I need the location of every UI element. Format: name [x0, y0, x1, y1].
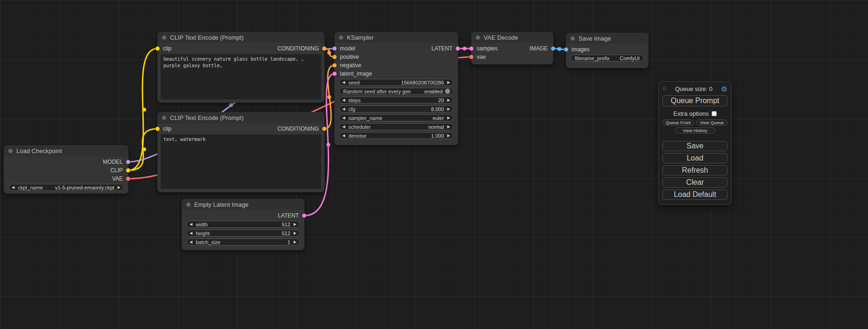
- latent-output-port[interactable]: [456, 47, 460, 51]
- load-default-button[interactable]: Load Default: [663, 189, 727, 200]
- clip-input-port[interactable]: [155, 127, 160, 131]
- images-input-port[interactable]: [564, 48, 568, 52]
- right-arrow-icon[interactable]: ▶: [447, 125, 450, 129]
- clip-output-port[interactable]: [126, 168, 130, 173]
- node-ksampler[interactable]: KSampler model LATENT positive negative …: [334, 32, 458, 145]
- queue-prompt-button[interactable]: Queue Prompt: [663, 95, 727, 106]
- left-arrow-icon[interactable]: ◀: [190, 223, 192, 226]
- link-dot: [557, 47, 561, 51]
- widget-name: cfg: [348, 106, 355, 112]
- toggle-knob[interactable]: [445, 89, 450, 94]
- node-clip-text-encode-positive[interactable]: CLIP Text Encode (Prompt) clip CONDITION…: [157, 32, 325, 103]
- port-row: latent_image: [334, 70, 458, 78]
- widget-random-seed-toggle[interactable]: Random seed after every gen enabled: [339, 88, 453, 95]
- right-arrow-icon[interactable]: ▶: [447, 81, 450, 84]
- left-arrow-icon[interactable]: ◀: [342, 116, 345, 120]
- link-dot: [327, 95, 331, 99]
- widget-denoise[interactable]: ◀ denoise 1.000 ▶: [339, 132, 453, 139]
- widget-sampler-name[interactable]: ◀ sampler_name euler ▶: [339, 114, 453, 121]
- node-save-image[interactable]: Save Image images filename_prefix ComfyU…: [566, 33, 649, 68]
- right-arrow-icon[interactable]: ▶: [294, 231, 296, 235]
- widget-filename-prefix[interactable]: filename_prefix ComfyUI: [571, 55, 644, 62]
- vae-input-port[interactable]: [469, 55, 473, 59]
- widget-height[interactable]: ◀ height 512 ▶: [186, 230, 300, 237]
- node-title: KSampler: [347, 34, 374, 41]
- samples-input-port[interactable]: [469, 47, 473, 51]
- latent-output-port[interactable]: [302, 214, 306, 218]
- drag-handle-icon[interactable]: ⠿: [663, 86, 666, 92]
- queue-panel-header: ⠿ Queue size: 0 ⚙: [663, 84, 727, 93]
- widget-cfg[interactable]: ◀ cfg 8.000 ▶: [339, 105, 453, 112]
- output-label-conditioning: CONDITIONING: [277, 45, 319, 52]
- port-row: negative: [334, 61, 458, 70]
- right-arrow-icon[interactable]: ▶: [294, 240, 296, 244]
- view-queue-button[interactable]: View Queue: [696, 119, 727, 126]
- link-dot: [463, 47, 466, 50]
- clear-button[interactable]: Clear: [663, 177, 727, 188]
- widget-value: 512: [208, 222, 290, 227]
- node-status-dot: [186, 203, 191, 207]
- model-output-port[interactable]: [126, 160, 130, 164]
- node-title-bar[interactable]: CLIP Text Encode (Prompt): [157, 32, 325, 43]
- right-arrow-icon[interactable]: ▶: [447, 134, 450, 138]
- right-arrow-icon[interactable]: ▶: [447, 116, 450, 120]
- model-input-port[interactable]: [332, 47, 337, 51]
- widget-seed[interactable]: ◀ seed 156680208700286 ▶: [339, 79, 453, 86]
- left-arrow-icon[interactable]: ◀: [190, 231, 192, 235]
- settings-gear-icon[interactable]: ⚙: [721, 85, 727, 92]
- link-dot: [142, 147, 146, 151]
- node-title-bar[interactable]: Load Checkpoint: [4, 145, 128, 156]
- left-arrow-icon[interactable]: ◀: [12, 186, 14, 189]
- vae-output-port[interactable]: [126, 177, 130, 181]
- node-title-bar[interactable]: CLIP Text Encode (Prompt): [157, 112, 325, 123]
- widget-width[interactable]: ◀ width 512 ▶: [186, 221, 300, 228]
- left-arrow-icon[interactable]: ◀: [342, 134, 345, 138]
- right-arrow-icon[interactable]: ▶: [294, 223, 296, 226]
- negative-input-port[interactable]: [332, 63, 337, 68]
- node-title: Empty Latent Image: [194, 201, 248, 208]
- node-vae-decode[interactable]: VAE Decode samples IMAGE vae: [471, 32, 553, 64]
- node-clip-text-encode-negative[interactable]: CLIP Text Encode (Prompt) clip CONDITION…: [157, 112, 325, 192]
- latent-image-input-port[interactable]: [332, 72, 337, 76]
- widget-value: enabled: [411, 89, 443, 94]
- widget-name: batch_size: [196, 239, 220, 245]
- queue-front-button[interactable]: Queue Front: [663, 119, 694, 126]
- widget-batch-size[interactable]: ◀ batch_size 1 ▶: [186, 238, 300, 245]
- wire-clip-to-negative-prompt: [128, 129, 157, 170]
- left-arrow-icon[interactable]: ◀: [342, 98, 345, 102]
- right-arrow-icon[interactable]: ▶: [447, 98, 450, 102]
- node-title-bar[interactable]: KSampler: [334, 32, 458, 43]
- node-title-bar[interactable]: Empty Latent Image: [182, 199, 304, 210]
- widget-scheduler[interactable]: ◀ scheduler normal ▶: [339, 123, 453, 130]
- left-arrow-icon[interactable]: ◀: [342, 107, 345, 111]
- node-status-dot: [162, 35, 166, 40]
- prompt-textarea[interactable]: beautiful scenery nature glass bottle la…: [161, 54, 321, 99]
- image-output-port[interactable]: [551, 47, 555, 51]
- left-arrow-icon[interactable]: ◀: [342, 125, 345, 129]
- conditioning-output-port[interactable]: [322, 47, 326, 51]
- right-arrow-icon[interactable]: ▶: [447, 107, 450, 111]
- queue-panel: ⠿ Queue size: 0 ⚙ Queue Prompt Extra opt…: [658, 81, 732, 205]
- node-title-bar[interactable]: VAE Decode: [471, 32, 553, 43]
- widget-steps[interactable]: ◀ steps 20 ▶: [339, 97, 453, 104]
- right-arrow-icon[interactable]: ▶: [118, 186, 120, 189]
- comfyui-canvas[interactable]: Load Checkpoint MODEL CLIP VAE ◀ ckpt_na…: [0, 0, 868, 329]
- output-label-model: MODEL: [103, 159, 123, 165]
- widget-name: seed: [348, 80, 360, 85]
- positive-input-port[interactable]: [332, 55, 337, 59]
- prompt-textarea[interactable]: text, watermark: [161, 134, 321, 189]
- node-load-checkpoint[interactable]: Load Checkpoint MODEL CLIP VAE ◀ ckpt_na…: [4, 145, 128, 194]
- extra-options-checkbox[interactable]: [712, 111, 717, 116]
- node-status-dot: [476, 35, 480, 40]
- left-arrow-icon[interactable]: ◀: [190, 240, 192, 244]
- clip-input-port[interactable]: [155, 47, 160, 51]
- node-empty-latent-image[interactable]: Empty Latent Image LATENT ◀ width 512 ▶ …: [182, 199, 304, 250]
- widget-ckpt-name[interactable]: ◀ ckpt_name v1-5-pruned-emaonly.ckpt ▶: [8, 184, 124, 191]
- node-title-bar[interactable]: Save Image: [566, 33, 649, 44]
- view-history-button[interactable]: View History: [675, 127, 715, 133]
- save-button[interactable]: Save: [663, 141, 727, 151]
- load-button[interactable]: Load: [663, 153, 727, 163]
- conditioning-output-port[interactable]: [322, 127, 326, 131]
- left-arrow-icon[interactable]: ◀: [342, 81, 345, 84]
- refresh-button[interactable]: Refresh: [663, 165, 727, 175]
